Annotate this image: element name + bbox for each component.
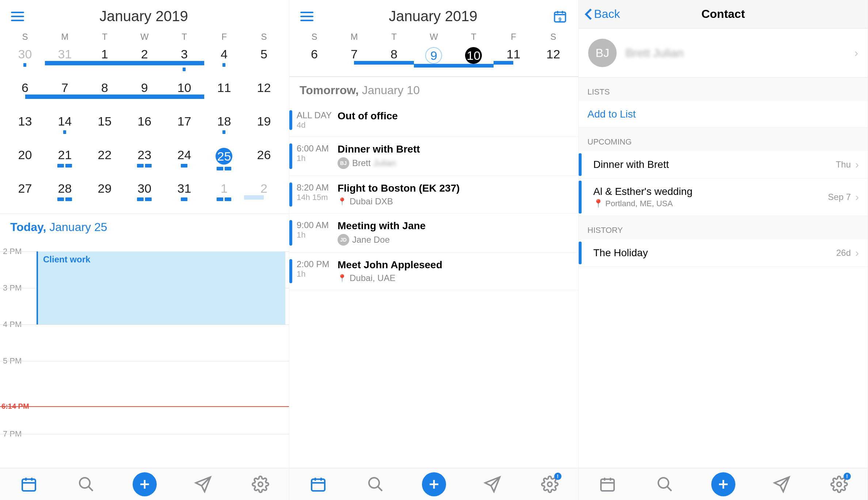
chevron-right-icon: ›	[855, 191, 859, 203]
day-cell[interactable]: 2	[244, 180, 284, 214]
weekday-row: S M T W T F S	[289, 32, 578, 46]
svg-point-2	[258, 482, 263, 486]
day-cell[interactable]: 14	[45, 113, 85, 146]
svg-point-8	[658, 478, 669, 488]
agenda-event[interactable]: 9:00 AM1hMeeting with JaneJDJane Doe	[289, 214, 578, 253]
contact-name: Brett Julian	[625, 46, 854, 60]
month-title[interactable]: January 2019	[24, 8, 263, 24]
day-cell[interactable]: 16	[125, 113, 164, 146]
panel-agenda: January 2019 9 S M T W T F S 6789101112 …	[289, 0, 579, 500]
day-cell[interactable]: 1	[204, 180, 244, 214]
chevron-right-icon: ›	[854, 47, 858, 59]
day-cell[interactable]: 1	[85, 46, 125, 79]
tab-search[interactable]	[654, 473, 676, 495]
svg-point-9	[837, 482, 841, 486]
add-button[interactable]	[422, 472, 446, 496]
tab-bar	[0, 468, 289, 500]
day-cell[interactable]: 6	[294, 46, 334, 76]
day-cell[interactable]: 27	[5, 180, 45, 214]
avatar: BJ	[588, 39, 617, 67]
day-cell[interactable]: 21	[45, 146, 85, 180]
day-cell[interactable]: 23	[125, 146, 164, 180]
tab-search[interactable]	[365, 473, 387, 495]
agenda-header: Tomorrow, January 10	[289, 77, 578, 104]
day-cell[interactable]: 2	[125, 46, 164, 79]
day-cell[interactable]: 29	[85, 180, 125, 214]
section-lists: LISTS	[579, 78, 868, 101]
panel-contact: Back Contact BJ Brett Julian › LISTS Add…	[579, 0, 868, 500]
day-cell[interactable]: 19	[244, 113, 284, 146]
day-cell[interactable]: 13	[5, 113, 45, 146]
agenda-event[interactable]: 2:00 PM1hMeet John Appleseed📍Dubai, UAE	[289, 253, 578, 290]
day-cell[interactable]: 31	[164, 180, 204, 214]
section-history: HISTORY	[579, 216, 868, 239]
day-cell[interactable]: 26	[244, 146, 284, 180]
agenda-event[interactable]: 6:00 AM1hDinner with BrettBJBrett Julian	[289, 137, 578, 176]
contact-header-row[interactable]: BJ Brett Julian ›	[579, 28, 868, 78]
section-upcoming: UPCOMING	[579, 128, 868, 151]
day-cell[interactable]: 9	[125, 79, 164, 113]
tab-send[interactable]	[771, 473, 793, 495]
agenda-event[interactable]: ALL DAY4dOut of office	[289, 104, 578, 137]
tab-send[interactable]	[481, 473, 503, 495]
add-button[interactable]	[133, 472, 157, 496]
day-cell[interactable]: 5	[244, 46, 284, 79]
week-row[interactable]: 6789101112	[289, 46, 578, 77]
list-item[interactable]: Dinner with BrettThu›	[579, 151, 868, 178]
page-title: Contact	[579, 7, 868, 21]
day-cell[interactable]: 3	[164, 46, 204, 79]
tab-settings[interactable]: !	[539, 473, 561, 495]
settings-badge: !	[844, 473, 851, 480]
tab-search[interactable]	[75, 473, 97, 495]
day-cell[interactable]: 6	[5, 79, 45, 113]
day-cell[interactable]: 22	[85, 146, 125, 180]
day-cell[interactable]: 9	[414, 46, 454, 76]
tab-bar: !	[289, 468, 578, 500]
day-cell[interactable]: 17	[164, 113, 204, 146]
day-cell[interactable]: 30	[5, 46, 45, 79]
day-cell[interactable]: 25	[204, 146, 244, 180]
day-cell[interactable]: 7	[334, 46, 374, 76]
tab-send[interactable]	[192, 473, 214, 495]
day-cell[interactable]: 30	[125, 180, 164, 214]
day-cell[interactable]: 7	[45, 79, 85, 113]
day-cell[interactable]: 12	[533, 46, 573, 76]
day-timeline[interactable]: 2 PM 3 PM 4 PM 5 PM 7 PM Client work 6:1…	[0, 241, 289, 468]
tab-settings[interactable]	[250, 473, 271, 495]
tab-calendar[interactable]	[307, 473, 329, 495]
list-item[interactable]: The Holiday26d›	[579, 239, 868, 267]
svg-point-6	[548, 482, 552, 486]
today-icon[interactable]: 9	[553, 9, 567, 24]
day-cell[interactable]: 28	[45, 180, 85, 214]
month-title[interactable]: January 2019	[313, 8, 553, 24]
day-cell[interactable]: 11	[494, 46, 533, 76]
day-cell[interactable]: 4	[204, 46, 244, 79]
agenda-list[interactable]: ALL DAY4dOut of office6:00 AM1hDinner wi…	[289, 104, 578, 468]
tab-calendar[interactable]	[18, 473, 40, 495]
menu-icon[interactable]	[11, 12, 24, 21]
day-cell[interactable]: 24	[164, 146, 204, 180]
tab-calendar[interactable]	[597, 473, 618, 495]
tab-settings[interactable]: !	[828, 473, 850, 495]
day-cell[interactable]: 11	[204, 79, 244, 113]
day-cell[interactable]: 20	[5, 146, 45, 180]
day-cell[interactable]: 15	[85, 113, 125, 146]
settings-badge: !	[554, 473, 561, 480]
add-to-list-button[interactable]: Add to List	[579, 101, 868, 128]
day-cell[interactable]: 12	[244, 79, 284, 113]
day-cell[interactable]: 10	[164, 79, 204, 113]
day-cell[interactable]: 18	[204, 113, 244, 146]
weekday-row: S M T W T F S	[0, 32, 289, 46]
month-grid[interactable]: 3031123456789101112131415161718192021222…	[0, 46, 289, 214]
menu-icon[interactable]	[300, 12, 313, 21]
day-cell[interactable]: 8	[374, 46, 414, 76]
agenda-header: Today, January 25	[0, 214, 289, 241]
event-client-work[interactable]: Client work	[37, 251, 285, 324]
list-item[interactable]: Al & Esther's wedding📍Portland, ME, USAS…	[579, 178, 868, 216]
day-cell[interactable]: 8	[85, 79, 125, 113]
day-cell[interactable]: 10	[454, 46, 494, 76]
day-cell[interactable]: 31	[45, 46, 85, 79]
agenda-event[interactable]: 8:20 AM14h 15mFlight to Boston (EK 237)📍…	[289, 176, 578, 214]
add-button[interactable]	[711, 472, 735, 496]
chevron-right-icon: ›	[855, 158, 859, 171]
